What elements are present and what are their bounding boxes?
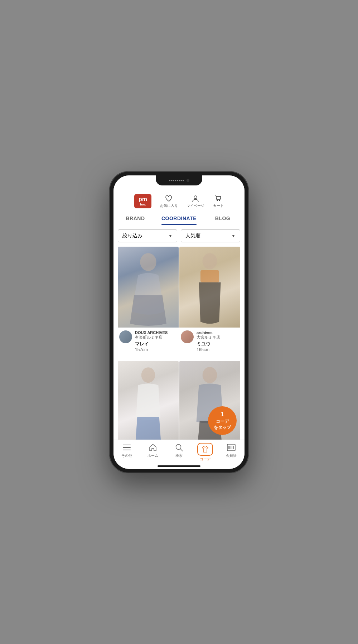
nav-membership[interactable]: 会員証 <box>218 443 245 462</box>
nav-menu[interactable]: その他 <box>113 443 140 462</box>
nav-coordinate[interactable]: コーデ <box>192 443 218 462</box>
filter-bar: 絞り込み ▼ 人気順 ▼ <box>113 225 245 247</box>
menu-icon <box>122 443 131 452</box>
svg-point-1 <box>217 200 218 201</box>
card-text-2: archives 大宮ルミネ店 ミユウ 165cm <box>197 330 239 352</box>
cart-nav[interactable]: カート <box>213 194 224 208</box>
favorites-nav[interactable]: お気に入り <box>160 194 178 208</box>
coordinate-card-1[interactable]: DOUX ARCHIVES 有楽町ルミネ店 マレイ 157cm <box>118 247 179 355</box>
camera <box>187 179 189 182</box>
coordinate-card-4[interactable]: 1 コーデ をタップ <box>179 361 240 439</box>
svg-point-11 <box>176 444 181 449</box>
avatar-2 <box>181 330 194 343</box>
home-indicator <box>158 465 200 467</box>
phone-screen: ●●●●●●●● 9:41 pm box お気に入り <box>113 175 245 469</box>
card-text-1: DOUX ARCHIVES 有楽町ルミネ店 マレイ 157cm <box>135 330 177 352</box>
card-image-4: 1 コーデ をタップ <box>179 361 240 439</box>
sort-filter[interactable]: 人気順 ▼ <box>181 229 240 242</box>
status-info: ●●●●●●●● <box>169 179 184 182</box>
notch: ●●●●●●●● <box>156 175 202 185</box>
shirt-icon-wrapper <box>197 443 213 456</box>
avatar-1 <box>119 330 132 343</box>
narrow-filter[interactable]: 絞り込み ▼ <box>118 229 177 242</box>
svg-point-4 <box>203 253 217 269</box>
tab-bar: BRAND COORDINATE BLOG <box>113 211 245 225</box>
person-icon <box>191 194 200 203</box>
coordinate-grid: DOUX ARCHIVES 有楽町ルミネ店 マレイ 157cm <box>113 247 245 440</box>
card-image-3 <box>118 361 179 439</box>
content-grid: DOUX ARCHIVES 有楽町ルミネ店 マレイ 157cm <box>113 247 245 440</box>
tab-brand[interactable]: BRAND <box>113 211 157 225</box>
svg-rect-5 <box>200 270 219 282</box>
nav-home[interactable]: ホーム <box>140 443 166 462</box>
heart-icon <box>165 194 173 203</box>
svg-point-6 <box>141 367 155 383</box>
svg-line-12 <box>180 449 183 451</box>
app-logo[interactable]: pm box <box>134 194 151 208</box>
tooltip-bubble: 1 コーデ をタップ <box>208 406 237 435</box>
mypage-nav[interactable]: マイページ <box>187 194 204 208</box>
card-info-1: DOUX ARCHIVES 有楽町ルミネ店 マレイ 157cm <box>118 328 179 355</box>
card-image-2 <box>179 247 240 328</box>
nav-search[interactable]: 検索 <box>166 443 192 462</box>
phone-frame: ●●●●●●●● 9:41 pm box お気に入り <box>109 171 249 473</box>
tab-coordinate[interactable]: COORDINATE <box>157 211 201 225</box>
cart-icon <box>214 194 223 203</box>
svg-point-3 <box>140 253 156 271</box>
app-header: pm box お気に入り マイページ <box>113 191 245 211</box>
svg-point-2 <box>219 200 220 201</box>
barcode-icon <box>227 443 236 452</box>
coordinate-card-2[interactable]: archives 大宮ルミネ店 ミユウ 165cm <box>179 247 240 355</box>
svg-point-0 <box>194 196 197 199</box>
home-icon <box>148 443 158 452</box>
search-icon <box>174 443 184 452</box>
coordinate-card-3[interactable] <box>118 361 179 439</box>
tab-blog[interactable]: BLOG <box>201 211 245 225</box>
bottom-navigation: その他 ホーム 検索 <box>113 440 245 469</box>
card-image-1 <box>118 247 179 328</box>
card-info-2: archives 大宮ルミネ店 ミユウ 165cm <box>179 328 240 355</box>
svg-point-7 <box>203 367 217 383</box>
